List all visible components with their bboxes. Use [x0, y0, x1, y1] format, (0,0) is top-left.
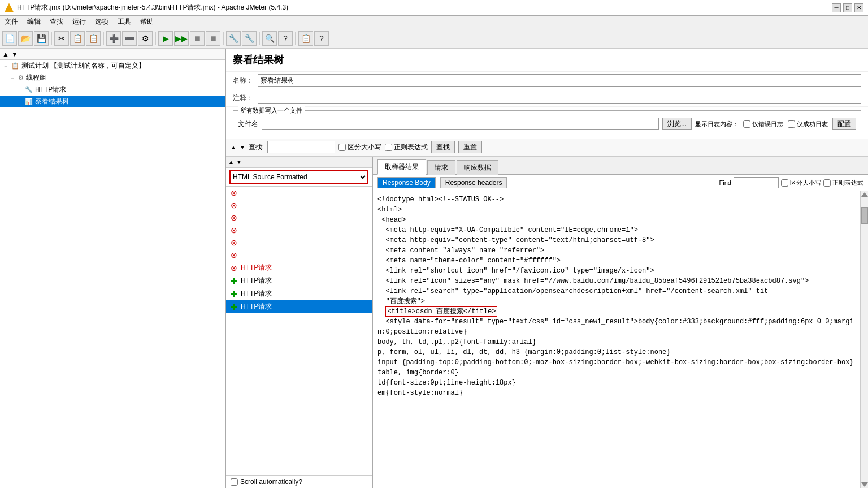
menu-item-选项[interactable]: 选项: [93, 16, 111, 28]
search-toolbar-button[interactable]: 🔍: [262, 31, 277, 46]
success-log-text: 仅成功日志: [797, 120, 828, 128]
menu-item-文件[interactable]: 文件: [2, 16, 20, 28]
config-button[interactable]: 配置: [832, 118, 856, 130]
response-content[interactable]: <!doctype html><!--STATUS OK--> <html> <…: [373, 191, 860, 488]
list-item[interactable]: ⊗: [226, 199, 372, 211]
tab-response-data[interactable]: 响应数据: [457, 160, 498, 175]
scroll-auto-check[interactable]: [231, 478, 238, 486]
extra-button[interactable]: ?: [314, 31, 329, 46]
search-toggle-up[interactable]: ▲: [231, 144, 236, 150]
list-item[interactable]: ⊗: [226, 187, 372, 199]
list-button[interactable]: 📋: [298, 31, 313, 46]
open-button[interactable]: 📂: [18, 31, 33, 46]
list-item-http-error[interactable]: ⊗ HTTP请求: [226, 261, 372, 274]
item-label-http1: HTTP请求: [241, 276, 272, 286]
help-button[interactable]: ?: [278, 31, 293, 46]
tab-sampler-result[interactable]: 取样器结果: [377, 159, 426, 175]
list-toggle-up[interactable]: ▲: [228, 159, 234, 165]
add-button[interactable]: ➕: [106, 31, 121, 46]
find-button[interactable]: 查找: [431, 141, 455, 153]
stop-button[interactable]: ⏹: [190, 31, 205, 46]
list-toggle-down[interactable]: ▼: [236, 159, 242, 165]
case-check[interactable]: [338, 144, 346, 151]
regex-check-label[interactable]: 正则表达式: [385, 142, 428, 152]
close-button[interactable]: ✕: [854, 3, 863, 12]
separator-2: [103, 32, 104, 45]
error-icon: ⊗: [231, 238, 237, 247]
menu-item-帮助[interactable]: 帮助: [138, 16, 156, 28]
remove-button[interactable]: ➖: [122, 31, 137, 46]
save-button[interactable]: 💾: [34, 31, 49, 46]
regex-check[interactable]: [385, 144, 392, 151]
find-case-label[interactable]: 区分大小写: [781, 179, 821, 187]
name-input[interactable]: [258, 74, 861, 87]
list-item-http-success-3[interactable]: ✚ HTTP请求: [226, 300, 372, 313]
list-item[interactable]: ⊗: [226, 224, 372, 236]
scrollbar-right[interactable]: [860, 191, 868, 488]
menu-item-编辑[interactable]: 编辑: [25, 16, 43, 28]
subtab-response-body[interactable]: Response Body: [377, 177, 436, 188]
menu-item-查找[interactable]: 查找: [47, 16, 66, 28]
list-item-http-success-2[interactable]: ✚ HTTP请求: [226, 287, 372, 300]
list-item[interactable]: ⊗: [226, 211, 372, 224]
file-label: 文件名: [238, 119, 258, 129]
expand-group[interactable]: －: [9, 75, 16, 81]
find-regex-label[interactable]: 正则表达式: [823, 179, 863, 187]
scroll-up-arrow[interactable]: [861, 192, 868, 197]
file-input[interactable]: [262, 118, 659, 130]
error-icon: ⊗: [231, 213, 237, 222]
reset-button[interactable]: 重置: [458, 141, 482, 153]
success-log-check[interactable]: [788, 120, 795, 128]
tool1-button[interactable]: 🔧: [226, 31, 241, 46]
tree-node-root[interactable]: － 📋 测试计划 【测试计划的名称，可自定义】: [0, 60, 225, 72]
minimize-button[interactable]: ─: [832, 3, 841, 12]
case-check-text: 区分大小写: [348, 142, 381, 152]
error-log-check[interactable]: [743, 120, 750, 128]
expand-http: [16, 87, 23, 93]
maximize-button[interactable]: □: [843, 3, 852, 12]
find-input[interactable]: [734, 177, 779, 188]
expand-icon[interactable]: ▼: [11, 50, 18, 58]
find-case-text: 区分大小写: [790, 179, 821, 187]
format-select[interactable]: HTML Source Formatted Text HTML JSON XML…: [229, 170, 368, 184]
list-item[interactable]: ⊗: [226, 249, 372, 261]
search-toggle-down[interactable]: ▼: [240, 144, 245, 150]
separator-4: [223, 32, 224, 45]
error-log-text: 仅错误日志: [752, 120, 783, 128]
success-icon: ✚: [231, 290, 237, 299]
new-button[interactable]: 📄: [2, 31, 17, 46]
search-input[interactable]: [267, 141, 335, 153]
menu-item-运行[interactable]: 运行: [70, 16, 88, 28]
list-item[interactable]: ⊗: [226, 236, 372, 249]
error-log-label[interactable]: 仅错误日志: [743, 120, 783, 128]
find-regex-check[interactable]: [823, 179, 831, 187]
separator-5: [259, 32, 260, 45]
run-button[interactable]: ▶: [158, 31, 173, 46]
tree-node-listener[interactable]: 📊 察看结果树: [0, 96, 225, 107]
title-controls[interactable]: ─ □ ✕: [832, 3, 863, 12]
list-item-http-success-1[interactable]: ✚ HTTP请求: [226, 274, 372, 287]
scroll-thumb[interactable]: [861, 207, 868, 224]
tool2-button[interactable]: 🔧: [242, 31, 257, 46]
case-check-label[interactable]: 区分大小写: [338, 142, 381, 152]
scroll-down-arrow[interactable]: [861, 482, 868, 487]
find-area: Find 区分大小写 正则表达式: [719, 177, 863, 188]
find-case-check[interactable]: [781, 179, 788, 187]
subtab-response-headers[interactable]: Response headers: [440, 177, 507, 188]
menu-item-工具[interactable]: 工具: [115, 16, 133, 28]
comment-input[interactable]: [258, 92, 861, 104]
copy-button[interactable]: 📋: [70, 31, 85, 46]
run-all-button[interactable]: ▶▶: [174, 31, 189, 46]
browse-button[interactable]: 浏览...: [662, 118, 692, 130]
tree-node-group[interactable]: － ⚙ 线程组: [0, 72, 225, 84]
expand-root[interactable]: －: [2, 63, 9, 70]
tree-node-http[interactable]: 🔧 HTTP请求: [0, 84, 225, 96]
paste-button[interactable]: 📋: [86, 31, 101, 46]
file-row: 文件名 浏览... 显示日志内容： 仅错误日志 仅成功日志 配置: [238, 118, 856, 130]
collapse-icon[interactable]: ▲: [2, 50, 9, 58]
success-log-label[interactable]: 仅成功日志: [788, 120, 828, 128]
cut-button[interactable]: ✂: [54, 31, 69, 46]
tab-request[interactable]: 请求: [427, 160, 455, 175]
stop2-button[interactable]: ⏹: [206, 31, 220, 46]
settings-button[interactable]: ⚙: [138, 31, 153, 46]
